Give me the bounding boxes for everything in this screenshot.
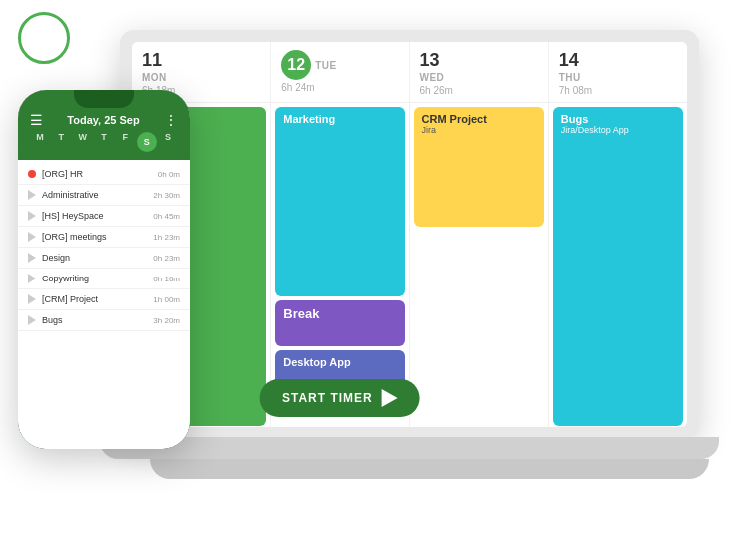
list-item[interactable]: [ORG] HR 0h 0m <box>18 164 190 185</box>
menu-icon[interactable]: ☰ <box>30 112 43 128</box>
play-icon <box>28 315 36 325</box>
task-name: [HS] HeySpace <box>42 211 153 221</box>
task-time: 1h 23m <box>153 233 180 242</box>
task-time: 0h 0m <box>158 170 180 179</box>
start-timer-button[interactable]: START TIMER <box>260 379 420 417</box>
cal-day-wed: 13 WED 6h 26m <box>410 42 549 102</box>
task-name: Copywriting <box>42 274 153 283</box>
week-day-w[interactable]: W <box>73 132 93 152</box>
cal-hours-tue: 6h 24m <box>281 82 398 93</box>
week-day-s1[interactable]: S <box>137 132 157 152</box>
phone-header-top: ☰ Today, 25 Sep ⋮ <box>30 112 178 128</box>
laptop-body: 11 MON 6h 18m 12 TUE 6h 24m 13 WED <box>120 30 699 439</box>
cal-day-name-tue: TUE <box>315 60 337 71</box>
list-item[interactable]: [HS] HeySpace 0h 45m <box>18 206 190 227</box>
list-item[interactable]: Administrative 2h 30m <box>18 185 190 206</box>
event-marketing: Marketing <box>275 107 404 296</box>
task-name: [ORG] meetings <box>42 232 153 242</box>
play-icon <box>28 190 36 200</box>
week-day-m[interactable]: M <box>30 132 50 152</box>
phone-screen: ☰ Today, 25 Sep ⋮ M T W T F S S [ORG] HR… <box>18 90 190 449</box>
play-icon <box>382 389 398 407</box>
week-day-s2[interactable]: S <box>158 132 178 152</box>
list-item[interactable]: Bugs 3h 20m <box>18 310 190 331</box>
task-time: 1h 00m <box>153 295 180 304</box>
event-bugs-title: Bugs <box>561 113 675 125</box>
more-options-icon[interactable]: ⋮ <box>164 112 178 128</box>
event-break: Break <box>275 300 404 346</box>
phone-notch <box>74 90 134 108</box>
cal-col-tue: Marketing Break Desktop App START TIMER <box>271 103 409 427</box>
phone-week: M T W T F S S <box>30 132 178 152</box>
play-icon <box>28 253 36 263</box>
laptop: 11 MON 6h 18m 12 TUE 6h 24m 13 WED <box>120 30 709 509</box>
event-crm: CRM Project Jira <box>414 107 544 227</box>
play-icon <box>28 211 36 221</box>
task-name: [CRM] Project <box>42 294 153 304</box>
task-name: [ORG] HR <box>42 169 158 179</box>
cal-col-wed: CRM Project Jira <box>410 103 549 427</box>
phone: ☰ Today, 25 Sep ⋮ M T W T F S S [ORG] HR… <box>18 90 190 449</box>
cal-day-name-mon: MON <box>142 72 260 83</box>
event-bugs: Bugs Jira/Desktop App <box>553 107 683 426</box>
cal-day-num-thu: 14 <box>559 50 677 72</box>
cal-day-name-thu: THU <box>559 72 677 83</box>
list-item[interactable]: Copywriting 0h 16m <box>18 269 190 289</box>
task-name: Bugs <box>42 315 153 325</box>
week-day-t2[interactable]: T <box>94 132 114 152</box>
week-day-t1[interactable]: T <box>51 132 71 152</box>
phone-date: Today, 25 Sep <box>43 114 164 126</box>
start-timer-label: START TIMER <box>282 391 373 405</box>
task-time: 2h 30m <box>153 191 180 200</box>
week-day-f[interactable]: F <box>115 132 135 152</box>
cal-hours-thu: 7h 08m <box>559 85 677 96</box>
decorative-circle <box>18 12 70 64</box>
cal-day-thu: 14 THU 7h 08m <box>549 42 687 102</box>
calendar: 11 MON 6h 18m 12 TUE 6h 24m 13 WED <box>132 42 687 427</box>
cal-col-thu: Bugs Jira/Desktop App <box>549 103 687 427</box>
play-icon <box>28 232 36 242</box>
cal-day-num-tue: 12 <box>281 50 311 80</box>
cal-day-name-wed: WED <box>420 72 538 83</box>
list-item[interactable]: Design 0h 23m <box>18 248 190 269</box>
event-crm-sub: Jira <box>422 125 536 135</box>
task-time: 0h 16m <box>153 275 180 283</box>
task-name: Design <box>42 253 153 263</box>
list-item[interactable]: [CRM] Project 1h 00m <box>18 289 190 310</box>
cal-day-num-wed: 13 <box>420 50 538 72</box>
list-item[interactable]: [ORG] meetings 1h 23m <box>18 227 190 248</box>
cal-day-num-mon: 11 <box>142 50 260 72</box>
cal-day-tue: 12 TUE 6h 24m <box>271 42 409 102</box>
laptop-foot <box>150 459 709 479</box>
event-bugs-sub: Jira/Desktop App <box>561 125 675 135</box>
laptop-base <box>100 437 719 459</box>
red-dot-icon <box>28 170 36 178</box>
event-crm-title: CRM Project <box>422 113 536 125</box>
play-icon <box>28 294 36 304</box>
phone-task-list: [ORG] HR 0h 0m Administrative 2h 30m [HS… <box>18 160 190 449</box>
calendar-body: Training Marketing Break Desktop App <box>132 103 687 427</box>
task-time: 3h 20m <box>153 316 180 325</box>
laptop-screen: 11 MON 6h 18m 12 TUE 6h 24m 13 WED <box>132 42 687 427</box>
task-time: 0h 45m <box>153 212 180 221</box>
task-time: 0h 23m <box>153 254 180 263</box>
play-icon <box>28 274 36 283</box>
calendar-header: 11 MON 6h 18m 12 TUE 6h 24m 13 WED <box>132 42 687 103</box>
cal-hours-wed: 6h 26m <box>420 85 538 96</box>
task-name: Administrative <box>42 190 153 200</box>
